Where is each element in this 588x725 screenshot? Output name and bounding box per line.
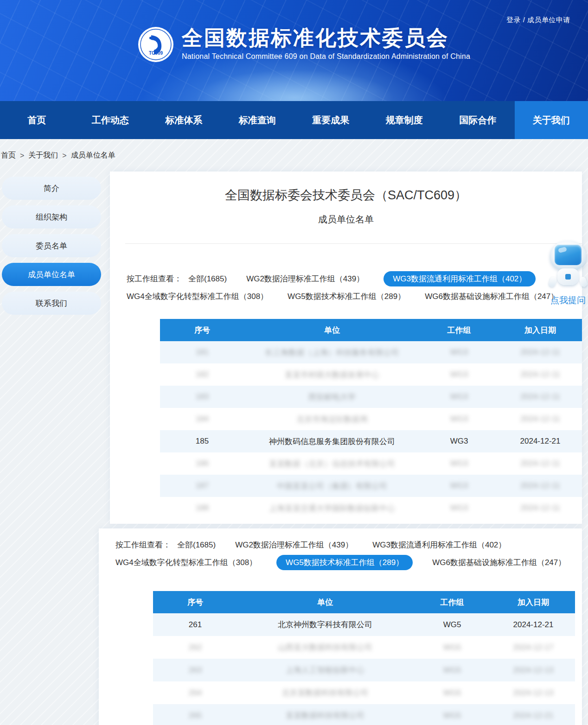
header-unit: 单位 [237,591,413,613]
nav-item-home[interactable]: 首页 [0,101,74,139]
main-navbar: 首页 工作动态 标准体系 标准查询 重要成果 规章制度 国际合作 关于我们 [0,101,588,139]
sidebar-item-structure[interactable]: 组织架构 [2,205,101,229]
table-row: 181 长三角数据（上海）科技服务有限公司 WG3 2024-12-11 [160,341,582,363]
filter-wg5-selected[interactable]: WG5数据技术标准工作组（289） [276,555,413,570]
table-row: 186 某某数据（北京）信息技术有限公司 WG3 2024-12-11 [160,452,582,475]
nav-item-achievements[interactable]: 重要成果 [294,101,368,139]
filter-wg2[interactable]: WG2数据治理标准工作组（439） [246,271,364,286]
table-row: 262 山西某大数据科技有限公司 WG5 2024-12-17 [153,636,575,659]
filter-wg4[interactable]: WG4全域数字化转型标准工作组（308） [115,555,257,570]
assistant-robot-icon[interactable] [549,241,588,285]
login-apply-links[interactable]: 登录 / 成员单位申请 [506,16,570,25]
header-seq: 序号 [160,319,244,341]
site-banner: 登录 / 成员单位申请 TC609 全国数据标准化技术委员会 National … [0,0,588,101]
breadcrumb-member-list: 成员单位名单 [71,151,115,160]
breadcrumb-separator: > [20,152,24,160]
table-row: 184 北京市海淀区数据局 WG3 2024-12-11 [160,408,582,430]
table-row: 263 上海人工智能创新中心 WG5 2024-12-13 [153,659,575,681]
table-row-185: 185 神州数码信息服务集团股份有限公司 WG3 2024-12-21 [160,430,582,452]
filter-wg3[interactable]: WG3数据流通利用标准工作组（402） [372,537,506,553]
site-title: 全国数据标准化技术委员会 [182,26,470,50]
nav-item-standard-system[interactable]: 标准体系 [147,101,221,139]
nav-item-standard-query[interactable]: 标准查询 [221,101,294,139]
table-header-row: 序号 单位 工作组 加入日期 [153,591,575,613]
header-unit: 单位 [244,319,420,341]
banner-glow-decoration [195,70,394,101]
filter-label: 按工作组查看： [127,273,182,284]
filter-all[interactable]: 全部(1685) [177,537,216,553]
filter-wg3-selected[interactable]: WG3数据流通利用标准工作组（402） [383,271,536,286]
filter-wg5[interactable]: WG5数据技术标准工作组（289） [288,289,405,304]
sidebar-menu: 简介 组织架构 委员名单 成员单位名单 联系我们 [2,177,101,320]
nav-item-international[interactable]: 国际合作 [441,101,515,139]
site-brand: TC609 全国数据标准化技术委员会 National Technical Co… [137,26,470,63]
ask-me-button[interactable]: 点我提问 [546,294,588,306]
table-row: 265 某某数据科技有限公司 WG5 2024-12-21 [153,704,575,725]
breadcrumb-separator: > [62,152,66,160]
table-row: 188 上海某某交通大学国际数据创新中心 WG3 2024-12-11 [160,497,582,519]
nav-item-about-us[interactable]: 关于我们 [515,101,588,139]
table-row: 182 某某市村级大数据发展中心 WG3 2024-12-11 [160,363,582,386]
svg-text:TC609: TC609 [149,51,163,56]
member-list-panel: 全国数据标委会技术委员会（SAC/TC609） 成员单位名单 按工作组查看： 全… [110,172,582,524]
filter-label: 按工作组查看： [115,540,171,550]
table-header-row: 序号 单位 工作组 加入日期 [160,319,582,341]
nav-item-regulations[interactable]: 规章制度 [368,101,441,139]
workgroup-filter-bottom: 按工作组查看： 全部(1685) WG2数据治理标准工作组（439） WG3数据… [115,536,577,571]
page-title: 全国数据标委会技术委员会（SAC/TC609） [110,187,582,204]
breadcrumb-home[interactable]: 首页 [1,151,16,160]
sidebar-item-contact[interactable]: 联系我们 [2,292,101,315]
table-row: 187 中国某某公司（集团）有限公司 WG3 2024-12-11 [160,475,582,497]
divider [125,243,582,244]
member-list-panel-2: 按工作组查看： 全部(1685) WG2数据治理标准工作组（439） WG3数据… [99,528,582,725]
brand-text: 全国数据标准化技术委员会 National Technical Committe… [182,26,470,61]
filter-wg2[interactable]: WG2数据治理标准工作组（439） [235,537,353,553]
robot-face [555,245,582,265]
member-table-wg5: 序号 单位 工作组 加入日期 261 北京神州数字科技有限公司 WG5 2024… [153,591,575,725]
site-subtitle-en: National Technical Committee 609 on Data… [182,52,470,61]
table-row: 264 北京某数据科技有限公司 WG5 2024-12-13 [153,681,575,704]
header-group: 工作组 [413,591,492,613]
breadcrumb-about[interactable]: 关于我们 [28,151,58,160]
table-row-261: 261 北京神州数字科技有限公司 WG5 2024-12-21 [153,613,575,636]
breadcrumb: 首页 > 关于我们 > 成员单位名单 [1,151,115,160]
table-row: 183 西安邮电大学 WG3 2024-12-11 [160,386,582,408]
sidebar-item-intro[interactable]: 简介 [2,177,101,200]
filter-wg6[interactable]: WG6数据基础设施标准工作组（247） [432,555,566,570]
member-table-wg3: 序号 单位 工作组 加入日期 181 长三角数据（上海）科技服务有限公司 WG3… [160,319,582,519]
nav-item-work-news[interactable]: 工作动态 [74,101,147,139]
workgroup-filter-top: 按工作组查看： 全部(1685) WG2数据治理标准工作组（439） WG3数据… [127,270,577,305]
page-subtitle: 成员单位名单 [110,213,582,226]
filter-wg6[interactable]: WG6数据基础设施标准工作组（247） [425,289,558,304]
header-date: 加入日期 [492,591,575,613]
header-seq: 序号 [153,591,237,613]
header-group: 工作组 [420,319,499,341]
filter-all[interactable]: 全部(1685) [188,271,227,286]
sidebar-item-member-units[interactable]: 成员单位名单 [2,263,101,286]
header-date: 加入日期 [499,319,582,341]
sidebar-item-committee-list[interactable]: 委员名单 [2,234,101,257]
tc609-logo-icon: TC609 [137,26,174,63]
filter-wg4[interactable]: WG4全域数字化转型标准工作组（308） [127,289,268,304]
